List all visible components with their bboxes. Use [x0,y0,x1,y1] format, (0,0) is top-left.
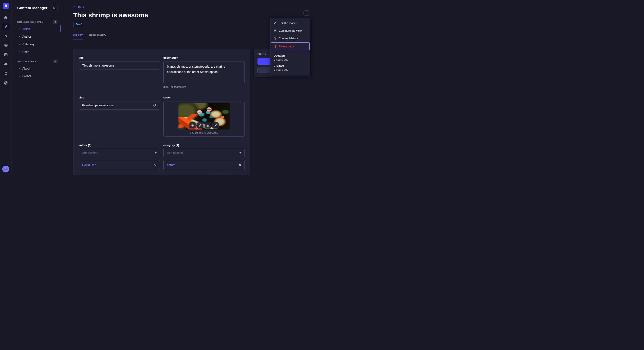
strapi-logo-icon [3,3,9,9]
sidebar-item-author[interactable]: Author [12,33,61,40]
gear-icon[interactable] [2,80,10,86]
single-types-count-badge: 2 [53,59,58,63]
sidebar-item-label: Global [22,74,31,78]
sidebar-item-about[interactable]: About [12,65,61,72]
sidebar-item-global[interactable]: Global [12,72,61,80]
remove-author-relation-icon[interactable] [154,164,157,167]
chevron-down-icon [154,152,157,154]
layout-icon[interactable] [2,51,10,58]
category-relation-item: nature [163,160,245,170]
category-placeholder: Add relation [167,151,239,155]
tab-published[interactable]: PUBLISHED [89,34,106,40]
ellipsis-icon [306,13,306,13]
more-actions-button[interactable] [304,10,310,15]
cover-caption: this-shrimp-is-awesome [164,131,244,134]
category-field-label: category (1) [163,144,245,147]
cart-icon[interactable] [2,70,10,77]
history-icon [274,37,277,40]
subnav-title: Content Manager [17,6,48,10]
trash-icon [206,124,209,127]
menu-item-configure-the-view[interactable]: Configure the view [270,27,310,34]
entry-form-card: title This shrimp is awesome description… [73,49,250,175]
regenerate-slug-icon[interactable] [153,104,156,107]
menu-item-label: Delete entry [279,45,294,48]
updated-label: Updated [274,54,307,57]
chevron-down-icon [239,152,242,154]
menu-item-content-history[interactable]: Content History [270,34,310,42]
description-field-label: description [163,56,245,59]
bullet-icon [19,36,20,37]
slug-input-value: this-shrimp-is-awesome [82,104,153,107]
created-value: 2 hours ago [274,68,307,71]
sidebar-item-label: Category [22,42,34,46]
content-manager-subnav: Content Manager COLLECTION TYPES 4 Artic… [12,0,61,175]
cover-image[interactable] [178,103,230,130]
sidebar-item-category[interactable]: Category [12,40,61,48]
section-label-single-types: SINGLE TYPES [17,60,36,63]
delete-asset-button[interactable] [205,122,211,129]
pencil-icon [274,21,277,24]
tab-draft[interactable]: DRAFT [73,34,83,40]
collection-types-count-badge: 4 [53,20,58,24]
slug-input[interactable]: this-shrimp-is-awesome [78,101,160,110]
remove-category-relation-icon[interactable] [239,164,242,167]
main-nav-rail: KD [0,0,12,175]
updated-value: 2 hours ago [274,58,307,61]
feather-icon[interactable] [2,23,10,30]
section-label-collection-types: COLLECTION TYPES [17,21,44,23]
cover-action-bar [189,122,219,129]
sidebar-item-label: Article [22,27,31,31]
plus-icon [191,124,194,127]
workspace-logo-box[interactable] [0,0,12,12]
menu-item-delete-entry[interactable]: Delete entry [271,42,310,50]
menu-item-edit-the-model[interactable]: Edit the model [270,19,310,27]
sidebar-item-label: About [22,67,30,70]
menu-item-label: Edit the model [279,21,296,25]
list-plus-icon [274,29,277,32]
description-hint: max. 80 characters [163,85,245,88]
search-icon [53,6,56,9]
sidebar-item-article[interactable]: Article [12,25,61,33]
title-input[interactable]: This shrimp is awesome [78,61,160,70]
cover-field: this-shrimp-is-awesome [163,101,245,137]
subnav-scrollbar-thumb[interactable] [60,25,61,32]
collapsed-panel-peek[interactable] [214,173,232,175]
cover-field-label: cover [163,96,245,99]
link-icon [199,124,202,127]
back-link[interactable]: Back [73,5,84,9]
add-asset-button[interactable] [189,122,196,129]
sidebar-item-label: User [22,50,29,54]
description-textarea[interactable]: Mantis shrimps, or stomatopods, are mari… [163,61,245,83]
more-actions-menu: Edit the model Configure the view Conten… [270,18,310,75]
paper-plane-icon[interactable] [2,33,10,39]
cloud-icon[interactable] [2,61,10,67]
bullet-icon [19,68,20,69]
category-add-relation-combobox[interactable]: Add relation [163,149,245,157]
title-field-label: title [78,56,160,59]
bullet-icon [19,76,20,77]
slug-field-label: slug [78,96,160,99]
subnav-divider [17,15,22,15]
edit-asset-button[interactable] [212,122,219,129]
bullet-icon [19,51,20,52]
created-label: Created [274,64,307,67]
sidebar-item-user[interactable]: User [12,48,61,56]
menu-item-label: Content History [279,37,298,40]
author-add-relation-combobox[interactable]: Add relation [78,149,160,157]
user-avatar[interactable]: KD [2,166,9,173]
home-icon[interactable] [2,14,10,20]
sidebar-item-label: Author [22,35,31,38]
search-button[interactable] [51,5,58,11]
author-placeholder: Add relation [82,151,154,155]
back-label: Back [78,5,84,9]
status-badge: Draft [73,22,85,27]
title-input-value: This shrimp is awesome [82,64,156,67]
media-gallery-icon[interactable] [2,42,10,48]
author-field-label: author (1) [78,144,160,147]
trash-icon [274,45,277,48]
author-relation-item: David Doe [78,160,160,170]
pencil-icon [214,124,217,127]
category-relation-link[interactable]: nature [167,163,239,167]
copy-link-button[interactable] [197,122,204,129]
author-relation-link[interactable]: David Doe [82,163,154,167]
